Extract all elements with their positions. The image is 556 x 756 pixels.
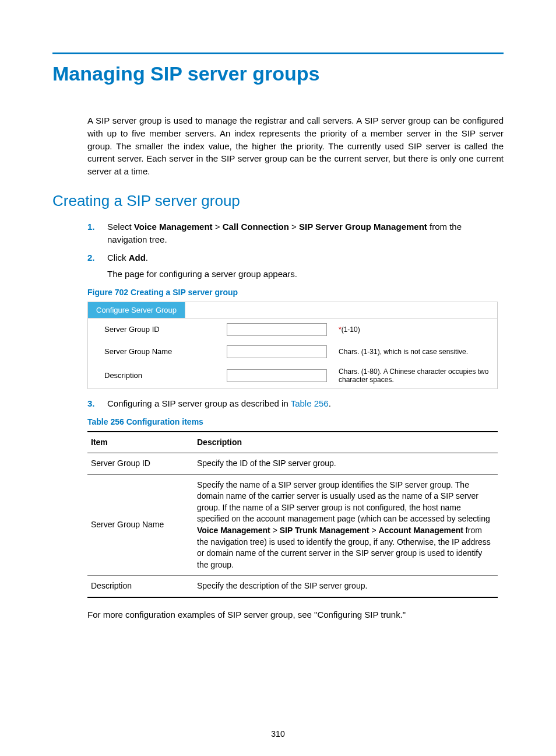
cell-desc: Specify the description of the SIP serve… <box>193 576 498 597</box>
col-item: Item <box>87 432 193 453</box>
field-label: Server Group ID <box>96 325 221 334</box>
server-group-name-input[interactable] <box>227 345 327 358</box>
figure-caption: Figure 702 Creating a SIP server group <box>87 288 504 297</box>
step-text: Configuring a SIP server group as descri… <box>107 398 291 408</box>
form-row: Server Group Name Chars. (1-31), which i… <box>88 341 497 363</box>
field-hint: *(1-10) <box>333 326 489 334</box>
intro-paragraph: A SIP server group is used to manage the… <box>52 114 504 178</box>
field-hint: Chars. (1-31), which is not case sensiti… <box>333 348 489 356</box>
nav-sip-trunk-management: SIP Trunk Management <box>280 526 370 535</box>
field-hint: Chars. (1-80). A Chinese character occup… <box>333 368 489 384</box>
section-heading: Creating a SIP server group <box>52 192 504 210</box>
step-3: 3. Configuring a SIP server group as des… <box>87 397 504 410</box>
cell-item: Description <box>87 576 193 597</box>
form-row: Description Chars. (1-80). A Chinese cha… <box>88 363 497 388</box>
after-table-text: For more configuration examples of SIP s… <box>87 608 504 621</box>
nav-call-connection: Call Connection <box>223 222 289 232</box>
nav-sep: > <box>213 222 223 232</box>
step-subtext: The page for configuring a server group … <box>107 268 504 281</box>
nav-sep: > <box>289 222 299 232</box>
form-row: Server Group ID *(1-10) <box>88 318 497 341</box>
step-2: 2. Click Add. The page for configuring a… <box>87 251 504 281</box>
nav-voice-management: Voice Management <box>197 526 270 535</box>
page-number: 310 <box>0 729 556 738</box>
table-row: Description Specify the description of t… <box>87 576 498 597</box>
table-256: Item Description Server Group ID Specify… <box>87 431 498 598</box>
cell-desc: Specify the name of a SIP server group i… <box>193 474 498 576</box>
step-text-tail: . <box>146 253 148 262</box>
step-number: 2. <box>87 251 95 264</box>
table-row: Server Group ID Specify the ID of the SI… <box>87 453 498 475</box>
step-text: Click <box>107 253 129 262</box>
table-row: Server Group Name Specify the name of a … <box>87 474 498 576</box>
cell-item: Server Group ID <box>87 453 193 475</box>
description-input[interactable] <box>227 369 327 382</box>
table-256-link[interactable]: Table 256 <box>291 398 329 408</box>
nav-voice-management: Voice Management <box>134 222 213 232</box>
figure-tab: Configure Server Group <box>88 302 185 318</box>
field-label: Server Group Name <box>96 347 221 356</box>
field-label: Description <box>96 371 221 380</box>
nav-sip-server-group-mgmt: SIP Server Group Management <box>299 222 427 232</box>
cell-item: Server Group Name <box>87 474 193 576</box>
figure-702: Configure Server Group Server Group ID *… <box>87 302 498 389</box>
step-number: 3. <box>87 397 95 410</box>
step-number: 1. <box>87 220 95 233</box>
add-label: Add <box>129 253 146 262</box>
page-title: Managing SIP server groups <box>52 62 504 85</box>
step-1: 1. Select Voice Management > Call Connec… <box>87 220 504 246</box>
step-text: Select <box>107 222 134 232</box>
cell-desc: Specify the ID of the SIP server group. <box>193 453 498 475</box>
step-text-tail: . <box>329 398 331 408</box>
server-group-id-input[interactable] <box>227 323 327 336</box>
col-description: Description <box>193 432 498 453</box>
table-caption: Table 256 Configuration items <box>87 417 504 426</box>
nav-account-management: Account Management <box>379 526 463 535</box>
